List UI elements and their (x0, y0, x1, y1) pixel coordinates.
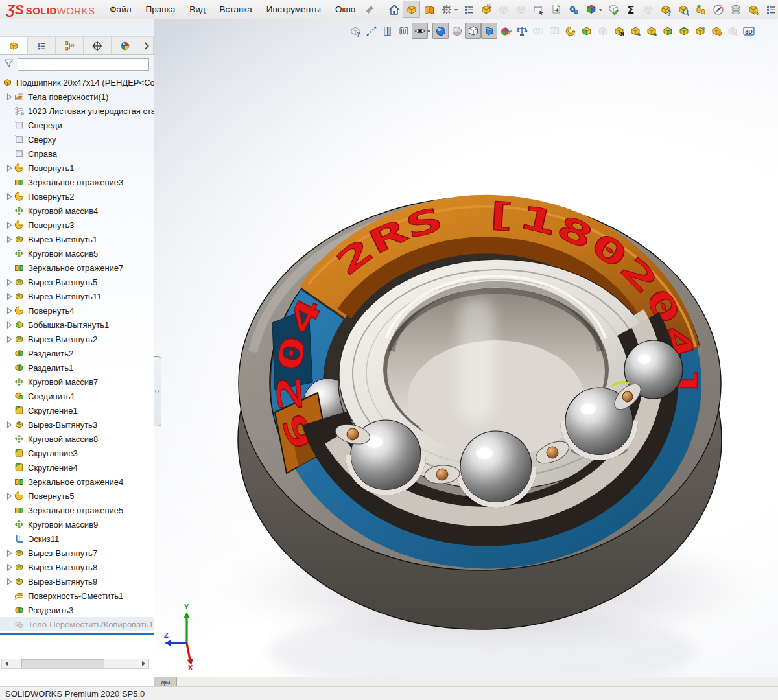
home-icon[interactable] (385, 1, 403, 18)
view-orientation-cube-icon[interactable] (465, 23, 481, 39)
tree-item[interactable]: Зеркальное отражение7 (0, 261, 154, 275)
bearing-model[interactable]: 6204 2RS [180204] (220, 195, 765, 677)
tab-property-manager[interactable] (28, 37, 56, 54)
tab-display-manager[interactable] (112, 37, 139, 54)
expand-arrow-icon[interactable] (5, 336, 14, 343)
menu-item-4[interactable]: Вставка (213, 1, 259, 18)
graphics-area[interactable]: ?3D (154, 19, 778, 677)
expand-arrow-icon[interactable] (5, 193, 14, 200)
new-part-icon[interactable] (403, 1, 420, 18)
scroll-right-icon[interactable] (138, 659, 148, 668)
tree-item[interactable]: Повернуть1 (0, 161, 154, 175)
tree-item[interactable]: Круговой массив7 (0, 375, 154, 389)
rollback-bar[interactable] (0, 633, 154, 635)
tree-item[interactable]: Круговой массив5 (0, 246, 154, 261)
tree-item[interactable]: Бобышка-Вытянуть1 (0, 318, 154, 332)
tree-item[interactable]: Поверхность-Сместить1 (0, 589, 154, 603)
assembly-visualization-icon[interactable] (513, 23, 530, 39)
scroll-left-icon[interactable] (2, 659, 12, 668)
move-face-icon[interactable] (627, 23, 643, 39)
tree-item[interactable]: Вырез-Вытянуть5 (0, 275, 154, 289)
tree-item[interactable]: Зеркальное отражение4 (0, 474, 154, 489)
tree-item[interactable]: Скругление3 (0, 446, 154, 460)
switch-window-icon[interactable] (530, 1, 547, 18)
shaded-with-edges-icon[interactable] (432, 23, 449, 39)
component-preview-icon[interactable]: ? (347, 23, 363, 39)
tree-item[interactable]: 1023 Листовая углеродистая ста. (0, 104, 154, 118)
extend-surface-icon[interactable] (659, 23, 676, 39)
design-checker-icon[interactable] (762, 1, 778, 18)
3d-views-icon[interactable]: 3D (740, 23, 757, 39)
tree-item[interactable]: Соединить1 (0, 389, 154, 403)
hide-show-items-icon-dropdown[interactable] (426, 25, 432, 37)
tree-item[interactable]: Вырез-Вытянуть1 (0, 232, 154, 246)
section-stack-icon[interactable] (727, 1, 744, 18)
revolve-surface-icon[interactable] (562, 23, 578, 39)
find-references-icon[interactable] (674, 1, 692, 18)
document-properties-icon[interactable] (460, 1, 477, 18)
tree-item[interactable]: Вырез-Вытянуть3 (0, 417, 154, 432)
expand-arrow-icon[interactable] (5, 421, 14, 428)
tree-item[interactable]: Скругление1 (0, 403, 154, 417)
pin-icon[interactable] (365, 5, 375, 14)
tree-item[interactable]: Разделить3 (0, 603, 154, 617)
menu-item-6[interactable]: Окно (328, 1, 362, 18)
expand-arrow-icon[interactable] (5, 293, 14, 300)
planar-surface-icon[interactable] (578, 23, 595, 39)
tree-item[interactable]: Разделить1 (0, 360, 154, 375)
replace-face-icon[interactable] (643, 23, 659, 39)
tree-item[interactable]: Справа (0, 146, 154, 161)
check-geometry-icon[interactable] (604, 1, 622, 18)
expand-arrow-icon[interactable] (5, 578, 14, 585)
panel-splitter-handle[interactable] (154, 356, 161, 426)
expand-arrow-icon[interactable] (5, 93, 14, 100)
pack-and-go-icon[interactable] (744, 1, 762, 18)
isometric-view-icon[interactable] (481, 23, 497, 39)
tree-item[interactable]: Зеркальное отражение3 (0, 175, 154, 189)
tree-item[interactable]: Спереди (0, 118, 154, 132)
scroll-track[interactable] (12, 659, 138, 668)
model-views-tab[interactable]: ды (154, 677, 177, 686)
menu-item-5[interactable]: Инструменты (259, 1, 328, 18)
tab-dimxpert[interactable] (84, 37, 112, 54)
expand-arrow-icon[interactable] (5, 550, 14, 557)
edit-appearance-icon[interactable] (497, 23, 513, 39)
expand-arrow-icon[interactable] (5, 564, 14, 571)
tree-item[interactable]: Вырез-Вытянуть9 (0, 574, 154, 589)
tree-item[interactable]: Круговой массив9 (0, 517, 154, 531)
tab-configurations[interactable] (56, 37, 84, 54)
expand-arrow-icon[interactable] (5, 307, 14, 314)
tree-item[interactable]: Разделить2 (0, 346, 154, 360)
tree-item[interactable]: Подшипник 20x47x14 (РЕНДЕР<Сос (0, 75, 154, 89)
tree-horizontal-scrollbar[interactable] (1, 659, 149, 669)
tree-item[interactable]: Повернуть4 (0, 303, 154, 318)
tree-item[interactable]: Круговой массив4 (0, 204, 154, 218)
tree-item[interactable]: Круговой массив8 (0, 432, 154, 446)
expand-arrow-icon[interactable] (5, 279, 14, 286)
menu-item-1[interactable]: Файл (102, 1, 138, 18)
display-style-icon[interactable] (449, 23, 465, 39)
tree-item[interactable]: Вырез-Вытянуть11 (0, 289, 154, 303)
sensors-icon[interactable] (692, 1, 709, 18)
tree-item[interactable]: Вырез-Вытянуть2 (0, 332, 154, 346)
tree-item[interactable]: Зеркальное отражение5 (0, 503, 154, 517)
expand-arrow-icon[interactable] (5, 236, 14, 243)
rebuild-icon[interactable] (477, 1, 495, 18)
compare-documents-icon[interactable]: ? (657, 1, 674, 18)
expand-arrow-icon[interactable] (5, 165, 14, 172)
visualize-cube-icon[interactable] (582, 1, 600, 18)
measure-icon[interactable] (363, 23, 379, 39)
open-document-icon[interactable] (420, 1, 438, 18)
tree-item[interactable]: Сверху (0, 132, 154, 146)
tree-item[interactable]: Скругление4 (0, 460, 154, 474)
tree-item[interactable]: Вырез-Вытянуть7 (0, 546, 154, 560)
filter-input[interactable] (18, 58, 149, 71)
tree-item[interactable]: Повернуть3 (0, 218, 154, 232)
scroll-thumb[interactable] (21, 659, 104, 668)
tab-features[interactable] (0, 37, 28, 54)
tree-item[interactable]: Повернуть2 (0, 189, 154, 204)
tree-item[interactable]: Тело-Переместить/Копировать1 (0, 617, 154, 631)
menu-item-3[interactable]: Вид (182, 1, 212, 18)
equations-icon[interactable]: Σ (622, 1, 639, 18)
3d-viewport[interactable]: 6204 2RS [180204] (154, 19, 778, 677)
